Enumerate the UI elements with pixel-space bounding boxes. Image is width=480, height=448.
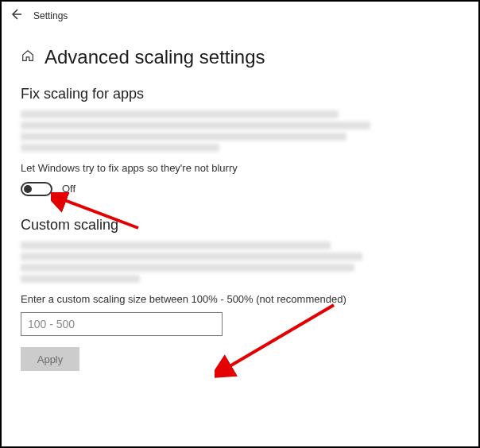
custom-scaling-input[interactable] (21, 312, 223, 336)
custom-scaling-input-label: Enter a custom scaling size between 100%… (21, 292, 362, 307)
app-title: Settings (33, 10, 68, 21)
page-title: Advanced scaling settings (45, 46, 265, 68)
home-icon[interactable] (21, 48, 35, 66)
fix-blurry-toggle[interactable] (21, 182, 52, 196)
section-custom-scaling-heading: Custom scaling (21, 217, 459, 234)
redacted-text-block (21, 241, 459, 283)
apply-button[interactable]: Apply (21, 347, 79, 371)
redacted-text-block (21, 110, 459, 152)
toggle-label: Let Windows try to fix apps so they're n… (21, 161, 362, 176)
back-icon[interactable] (10, 8, 22, 24)
section-fix-scaling-heading: Fix scaling for apps (21, 86, 459, 102)
toggle-state-text: Off (62, 183, 75, 195)
